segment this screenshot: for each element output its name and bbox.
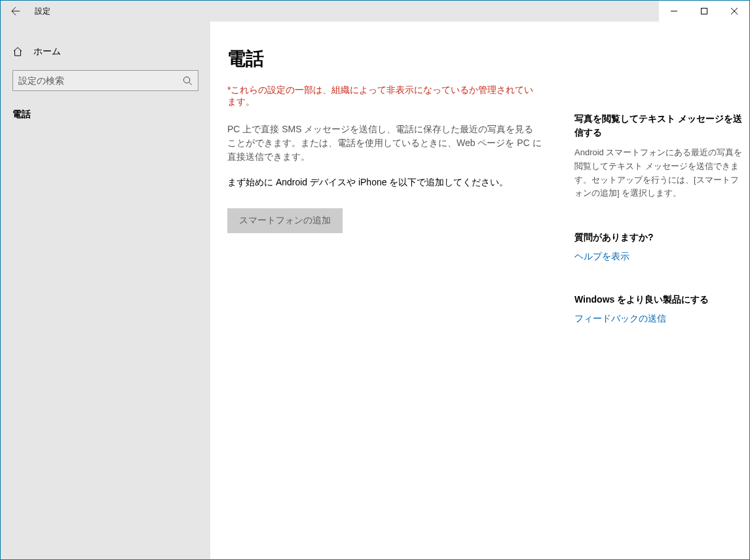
close-button[interactable] xyxy=(719,1,749,22)
aside-block-help: 質問がありますか? ヘルプを表示 xyxy=(574,231,745,263)
description-text: PC 上で直接 SMS メッセージを送信し、電話に保存した最近の写真を見ることが… xyxy=(227,122,542,164)
arrow-left-icon xyxy=(11,7,20,16)
home-icon xyxy=(12,47,23,57)
body: ホーム 電話 電話 *これらの設定の一部は、組織によって非表示になっているか管理… xyxy=(1,22,749,559)
svg-line-5 xyxy=(189,82,192,84)
sidebar: ホーム 電話 xyxy=(1,22,210,559)
home-nav[interactable]: ホーム xyxy=(1,40,210,64)
titlebar-left: 設定 xyxy=(1,1,50,22)
main-column: 電話 *これらの設定の一部は、組織によって非表示になっているか管理されています。… xyxy=(227,47,542,559)
search-input[interactable] xyxy=(18,75,182,86)
window-title: 設定 xyxy=(31,6,50,17)
content: 電話 *これらの設定の一部は、組織によって非表示になっているか管理されています。… xyxy=(210,22,749,559)
sidebar-item-label: 電話 xyxy=(12,109,31,121)
help-link[interactable]: ヘルプを表示 xyxy=(574,251,745,263)
titlebar: 設定 xyxy=(1,1,749,22)
aside-heading: 質問がありますか? xyxy=(574,231,745,244)
feedback-link[interactable]: フィードバックの送信 xyxy=(574,313,745,325)
sidebar-item-phone[interactable]: 電話 xyxy=(1,102,210,128)
maximize-icon xyxy=(701,8,707,14)
add-phone-button: スマートフォンの追加 xyxy=(227,208,343,233)
search-icon xyxy=(183,76,193,86)
search-box[interactable] xyxy=(12,70,198,91)
window-controls xyxy=(659,1,749,22)
aside-heading: 写真を閲覧してテキスト メッセージを送信する xyxy=(574,112,745,140)
back-button[interactable] xyxy=(1,1,31,22)
policy-note: *これらの設定の一部は、組織によって非表示になっているか管理されています。 xyxy=(227,84,542,108)
close-icon xyxy=(731,8,738,14)
svg-point-4 xyxy=(183,77,189,83)
search-wrap xyxy=(1,64,210,98)
home-label: ホーム xyxy=(33,46,61,58)
aside-text: Android スマートフォンにある最近の写真を閲覧してテキスト メッセージを送… xyxy=(574,146,745,200)
page-title: 電話 xyxy=(227,47,542,71)
maximize-button[interactable] xyxy=(689,1,719,22)
aside-block-feedback: Windows をより良い製品にする フィードバックの送信 xyxy=(574,293,745,325)
minimize-icon xyxy=(671,8,677,14)
aside-heading: Windows をより良い製品にする xyxy=(574,293,745,307)
aside-column: 写真を閲覧してテキスト メッセージを送信する Android スマートフォンにあ… xyxy=(574,47,745,559)
svg-rect-1 xyxy=(702,9,707,14)
minimize-button[interactable] xyxy=(659,1,689,22)
settings-window: 設定 ホーム xyxy=(0,0,750,560)
aside-block-photos: 写真を閲覧してテキスト メッセージを送信する Android スマートフォンにあ… xyxy=(574,112,745,200)
instruction-text: まず始めに Android デバイスや iPhone を以下で追加してください。 xyxy=(227,177,542,189)
